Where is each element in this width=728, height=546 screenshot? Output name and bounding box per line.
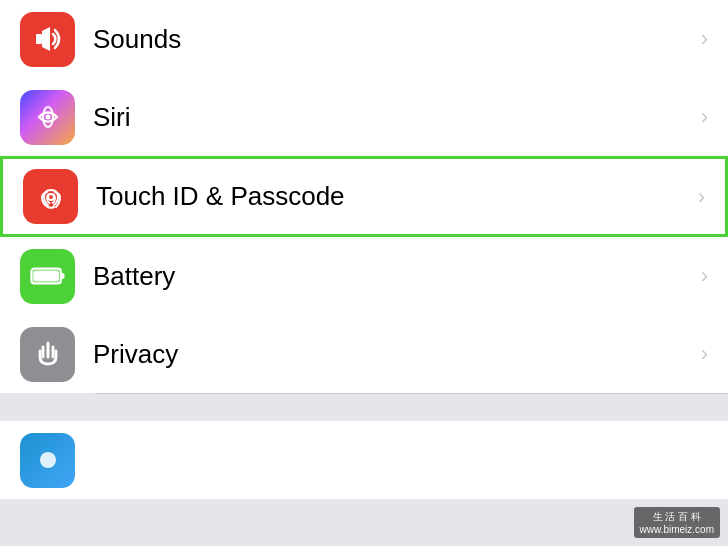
siri-chevron: › — [701, 104, 708, 130]
separator-gap — [0, 393, 728, 421]
settings-item-bottom-peek[interactable] — [0, 421, 728, 499]
svg-point-7 — [40, 452, 56, 468]
touchid-label: Touch ID & Passcode — [96, 181, 688, 212]
battery-chevron: › — [701, 263, 708, 289]
settings-item-battery[interactable]: Battery › — [0, 237, 728, 315]
watermark: 生 活 百 科 www.bimeiz.com — [634, 507, 720, 538]
siri-icon-wrapper — [20, 90, 75, 145]
settings-item-siri[interactable]: Siri › — [0, 78, 728, 156]
privacy-icon — [31, 337, 65, 371]
siri-label: Siri — [93, 102, 691, 133]
settings-item-touchid[interactable]: Touch ID & Passcode › — [0, 156, 728, 237]
battery-label: Battery — [93, 261, 691, 292]
svg-rect-5 — [60, 273, 64, 279]
settings-list: Sounds › Siri › — [0, 0, 728, 499]
privacy-chevron: › — [701, 341, 708, 367]
svg-point-2 — [45, 115, 50, 120]
sounds-chevron: › — [701, 26, 708, 52]
sounds-label: Sounds — [93, 24, 691, 55]
battery-icon-wrapper — [20, 249, 75, 304]
sounds-icon — [31, 22, 65, 56]
svg-rect-0 — [36, 34, 42, 44]
touchid-icon-wrapper — [23, 169, 78, 224]
watermark-line1: 生 活 百 科 — [653, 510, 701, 524]
privacy-label: Privacy — [93, 339, 691, 370]
peek-icon — [31, 443, 65, 477]
touchid-chevron: › — [698, 184, 705, 210]
svg-rect-6 — [33, 271, 59, 282]
settings-item-sounds[interactable]: Sounds › — [0, 0, 728, 78]
peek-icon-wrapper — [20, 433, 75, 488]
touchid-icon — [34, 180, 68, 214]
sounds-icon-wrapper — [20, 12, 75, 67]
privacy-icon-wrapper — [20, 327, 75, 382]
siri-icon — [31, 100, 65, 134]
settings-item-privacy[interactable]: Privacy › — [0, 315, 728, 393]
battery-icon — [29, 265, 67, 287]
watermark-line2: www.bimeiz.com — [640, 524, 714, 535]
